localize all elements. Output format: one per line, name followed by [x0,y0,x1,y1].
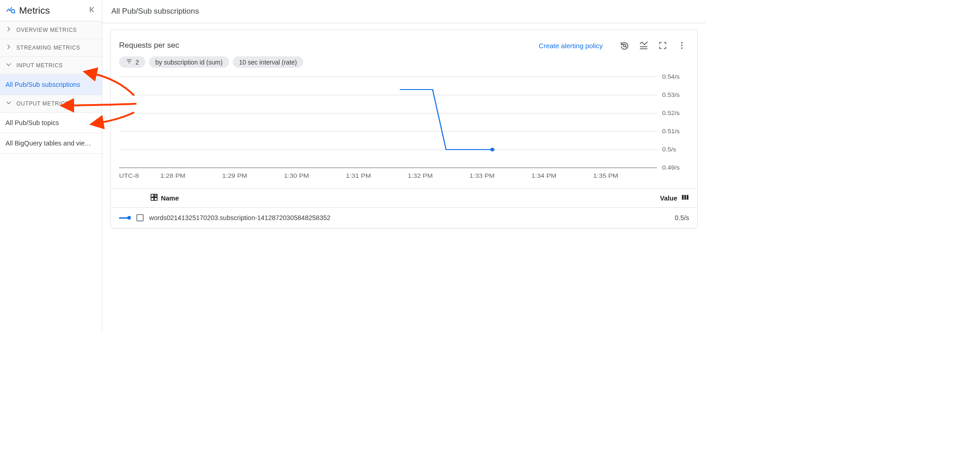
metrics-card: Requests per sec Create alerting policy [110,30,698,229]
section-label: OUTPUT METRICS [16,100,69,107]
x-axis-label: UTC-8 [119,173,139,179]
create-alerting-policy-link[interactable]: Create alerting policy [539,42,603,50]
chevron-right-icon [5,44,12,52]
collapse-sidebar-icon[interactable] [88,5,96,15]
sidebar-header: Metrics [0,0,102,21]
interval-chip[interactable]: 10 sec interval (rate) [233,56,304,68]
columns-icon[interactable] [681,193,689,203]
y-tick: 0.51/s [662,128,680,135]
x-tick: 1:32 PM [408,173,433,179]
section-label: STREAMING METRICS [16,45,80,51]
aggregation-chip[interactable]: by subscription id (sum) [149,56,229,68]
row-name: words02141325170203.subscription-1412872… [149,214,675,221]
filter-chip-label: 2 [135,59,139,66]
row-checkbox[interactable] [136,214,144,221]
sidebar-title: Metrics [19,5,88,16]
section-label: INPUT METRICS [16,62,63,69]
svg-line-1 [14,12,15,13]
x-tick: 1:31 PM [346,173,371,179]
page-title: All Pub/Sub subscriptions [102,0,706,23]
chip-row: 2 by subscription id (sum) 10 sec interv… [111,56,697,72]
svg-rect-18 [151,194,154,197]
main: All Pub/Sub subscriptions Requests per s… [102,0,706,332]
fullscreen-icon[interactable] [655,38,670,53]
series-color-swatch [119,217,129,219]
svg-point-6 [681,42,682,44]
svg-rect-24 [687,195,689,200]
x-tick: 1:35 PM [593,173,618,179]
y-tick: 0.53/s [662,92,680,98]
section-input-metrics[interactable]: INPUT METRICS [0,57,102,75]
more-options-icon[interactable] [675,38,689,53]
chevron-down-icon [5,100,12,108]
x-tick: 1:33 PM [470,173,495,179]
section-overview-metrics[interactable]: OVERVIEW METRICS [0,21,102,39]
section-output-metrics[interactable]: OUTPUT METRICS [0,95,102,113]
table-row[interactable]: words02141325170203.subscription-1412872… [111,208,697,228]
svg-line-3 [625,46,627,48]
section-label: OVERVIEW METRICS [16,27,77,33]
chevron-down-icon [5,61,12,70]
y-tick: 0.49/s [662,165,680,171]
x-tick: 1:30 PM [284,173,309,179]
card-topbar: Requests per sec Create alerting policy [111,38,697,56]
svg-point-7 [681,45,682,46]
svg-rect-20 [151,198,154,200]
y-tick: 0.5/s [662,146,676,153]
row-value: 0.5/s [675,214,689,221]
sidebar-item-bigquery-tables[interactable]: All BigQuery tables and vie… [0,133,102,154]
svg-point-8 [681,47,682,49]
x-tick: 1:28 PM [160,173,185,179]
metrics-icon [5,5,15,16]
chart[interactable]: 0.54/s 0.53/s 0.52/s 0.51/s 0.5/s 0.49/s… [111,72,689,188]
section-streaming-metrics[interactable]: STREAMING METRICS [0,39,102,57]
sidebar: Metrics OVERVIEW METRICS STREAMING METRI… [0,0,102,332]
legend-toggle-icon[interactable] [636,38,651,53]
column-name-header[interactable]: Name [161,195,179,202]
series-line [400,90,492,150]
svg-rect-21 [155,198,157,200]
sidebar-item-pubsub-subscriptions[interactable]: All Pub/Sub subscriptions [0,75,102,95]
column-value-header[interactable]: Value [660,195,677,202]
series-point [490,148,494,151]
table-header: Name Value [111,188,697,208]
main-body: Requests per sec Create alerting policy [102,23,706,332]
x-tick: 1:34 PM [531,173,556,179]
svg-rect-22 [682,195,684,200]
card-title: Requests per sec [119,41,539,50]
x-tick: 1:29 PM [222,173,247,179]
y-tick: 0.54/s [662,74,680,80]
filter-chip[interactable]: 2 [119,56,145,68]
reset-zoom-icon[interactable] [617,38,632,53]
sidebar-item-pubsub-topics[interactable]: All Pub/Sub topics [0,113,102,133]
filter-icon [125,58,133,66]
chevron-right-icon [5,26,12,34]
y-tick: 0.52/s [662,110,680,116]
grid-view-icon[interactable] [150,193,158,203]
svg-rect-23 [685,195,686,200]
